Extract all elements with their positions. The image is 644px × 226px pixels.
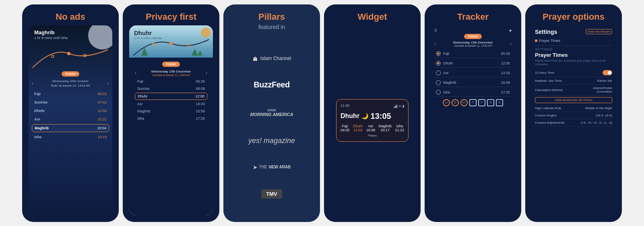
widget-maghrib: Maghrib 20:17	[379, 124, 392, 132]
12hour-toggle[interactable]	[603, 70, 612, 75]
landscape-bg: Dhuhr 1 hr 3 mins until Asr	[129, 25, 213, 58]
tracker-date-line1: Wednesday 15th December	[453, 41, 493, 44]
card-title-tracker: Tracker	[453, 4, 493, 25]
tracker-bottom-t[interactable]: T	[469, 99, 477, 106]
tracker-row-asr[interactable]: Asr 13:33	[434, 69, 512, 77]
prayer-arc-svg	[29, 46, 112, 70]
tracker-header-icons: ☰ ◆	[434, 29, 512, 32]
privacy-row-dhuhr[interactable]: Dhuhr 12:00	[135, 93, 207, 100]
privacy-today-badge: TODAY	[162, 62, 180, 67]
divider	[535, 46, 612, 46]
tracker-check-asr	[436, 70, 441, 75]
phone-screen-no-ads: Maghrib 1 hr 8 mins until Isha TODAY ‹ W…	[29, 25, 112, 216]
svg-point-3	[169, 42, 173, 45]
option-calc-method[interactable]: Calculation Method IslamicFinder Committ…	[535, 85, 612, 95]
card-pillars: Pillars featured in Islam Channel BuzzFe…	[223, 4, 320, 222]
tracker-next-arrow[interactable]: ›	[510, 41, 512, 47]
tracker-bottom-f[interactable]: F	[478, 99, 485, 106]
card-prayer-options: Prayer options Settings Share the Reward…	[525, 4, 622, 222]
privacy-date-nav: ‹ Wednesday 15th December Jumada al-awwa…	[132, 68, 211, 77]
tracker-menu-icon: ☰	[434, 29, 437, 32]
option-custom-adj[interactable]: Custom Adjustments (+4, +0, +3, -3, +1, …	[535, 119, 612, 126]
time-until-label: 1 hr 8 mins until Isha	[34, 36, 68, 40]
today-badge: TODAY	[62, 71, 79, 77]
privacy-prev-arrow[interactable]: ‹	[135, 70, 136, 76]
current-prayer-label: Maghrib	[34, 29, 55, 35]
tracker-date-nav: ‹ Wednesday 15th December Jumada al-awwa…	[434, 41, 512, 47]
date-line2: Rabi' al-awwal 14, 1443 AH	[51, 83, 90, 88]
tracker-prayer-list: Fajr 05:26 Dhuhr 12:00 Asr 13:33	[434, 50, 512, 97]
prayer-row-sunrise[interactable]: Sunrise 07:41	[32, 99, 109, 106]
tracker-bottom-s2[interactable]: S	[496, 99, 503, 106]
privacy-prayer-list: Fajr 06:26 Sunrise 08:09 Dhuhr 12:00 Asr…	[132, 77, 211, 123]
phone-screen-prayer-options: Settings Share the Reward Prayer Times S…	[532, 25, 615, 216]
option-12hour[interactable]: 12-Hour Time	[535, 68, 612, 77]
mosque-icon	[252, 56, 258, 61]
prayer-row-fajr[interactable]: Fajr 06:03	[32, 90, 109, 97]
tracker-row-maghrib[interactable]: Maghrib 15:58	[434, 79, 512, 87]
tracker-today-badge: TODAY	[464, 34, 481, 39]
option-high-lat[interactable]: High Latitude Rule Middle of the Night	[535, 105, 612, 112]
nav-label-prayer-times: Prayer Times	[539, 39, 560, 43]
privacy-date-line2: Jumada al-awwal 11, 1443 AH	[151, 74, 191, 77]
settings-nav-prayer-times[interactable]: Prayer Times	[535, 37, 612, 44]
settings-share-button[interactable]: Share the Reward	[586, 29, 612, 34]
moon-icon: 🌙	[361, 113, 368, 119]
brand-gma: GOOD MORNING AMERICA	[250, 109, 293, 118]
prayer-list: Fajr 06:03 Sunrise 07:41 Dhuhr 12:50 Asr…	[29, 89, 112, 143]
widget-dhuhr: Dhuhr 13:05	[353, 124, 363, 132]
card-no-ads: No ads Maghrib 1 hr 8 mins until Isha TO…	[22, 4, 119, 222]
phone-screen-privacy: Dhuhr 1 hr 3 mins until Asr TODAY ‹ Wedn…	[129, 25, 213, 216]
section-title: Prayer Times	[535, 52, 612, 58]
privacy-row-maghrib[interactable]: Maghrib 15:58	[135, 108, 207, 114]
tracker-check-isha	[436, 90, 441, 95]
next-date-arrow[interactable]: ›	[107, 81, 109, 86]
tracker-bottom-d1[interactable]: D	[443, 99, 450, 106]
advanced-settings-link[interactable]: HIDE ADVANCED SETTINGS	[535, 97, 612, 103]
svg-marker-7	[192, 49, 198, 56]
card-tracker: Tracker ☰ ◆ TODAY ‹ Wednesday 15th Decem…	[425, 4, 521, 222]
privacy-row-isha[interactable]: Isha 17:26	[135, 115, 207, 122]
section-label: SETTINGS	[535, 48, 612, 51]
tracker-bottom-s[interactable]: S	[487, 99, 494, 106]
option-custom-angles[interactable]: Custom Angles (18.5, 18.0)	[535, 112, 612, 119]
brand-buzzfeed: BuzzFeed	[254, 80, 289, 89]
pillars-brands-list: Islam Channel BuzzFeed GOOD MORNING AMER…	[223, 33, 320, 222]
prayer-row-maghrib[interactable]: Maghrib 18:04	[32, 124, 109, 132]
settings-title: Settings	[535, 29, 557, 35]
tracker-prev-arrow[interactable]: ‹	[434, 41, 436, 47]
widget-main-prayer: Dhuhr 🌙 13:05	[341, 112, 404, 121]
prayer-row-isha[interactable]: Isha 19:19	[32, 133, 109, 141]
date-line1: Wednesday 20th October	[51, 79, 90, 83]
brand-newarab: ➤ THE NEW ARAB	[253, 164, 291, 170]
widget-brand-label: Pillars	[341, 134, 404, 137]
option-madhab[interactable]: Madhab / Asr Time Earlier Asr	[535, 77, 612, 85]
widget-prayers-row: Fajr 04:05 Dhuhr 13:05 Asr 16:58 Maghrib…	[341, 124, 404, 132]
settings-header: Settings Share the Reward	[535, 29, 612, 35]
battery-icon: ▮	[402, 104, 404, 108]
privacy-row-sunrise[interactable]: Sunrise 08:09	[135, 85, 207, 92]
tracker-bottom-d3[interactable]: D	[460, 99, 468, 106]
tracker-row-isha[interactable]: Isha 17:26	[434, 88, 512, 97]
card-title-widget: Widget	[353, 4, 391, 25]
prayer-row-asr[interactable]: Asr 15:21	[32, 116, 109, 123]
tracker-check-maghrib	[436, 80, 441, 85]
privacy-row-asr[interactable]: Asr 13:33	[135, 101, 207, 107]
phone-screen-widget: 11:45 ⊙ ▮ Dhuhr 🌙 13:05	[330, 25, 414, 216]
prayer-row-dhuhr[interactable]: Dhuhr 12:50	[32, 107, 109, 114]
tracker-row-dhuhr[interactable]: Dhuhr 12:00	[434, 59, 512, 68]
privacy-next-arrow[interactable]: ›	[206, 70, 207, 76]
widget-header: 11:45 ⊙ ▮	[341, 104, 404, 109]
card-title-prayer-options: Prayer options	[539, 4, 609, 25]
card-widget: Widget 11:45 ⊙ ▮ Dhuhr 🌙	[324, 4, 421, 222]
tracker-check-fajr	[436, 51, 441, 56]
prev-date-arrow[interactable]: ‹	[32, 81, 33, 86]
date-navigation: ‹ Wednesday 20th October Rabi' al-awwal …	[29, 78, 112, 89]
tracker-row-fajr[interactable]: Fajr 05:26	[434, 50, 512, 58]
tracker-bottom-d2[interactable]: D	[452, 99, 459, 106]
widget-asr: Asr 16:58	[366, 124, 376, 132]
brand-yes: yes! magazine	[248, 137, 295, 145]
widget-fajr: Fajr 04:05	[341, 124, 350, 132]
brand-islam-channel: Islam Channel	[252, 56, 291, 61]
privacy-row-fajr[interactable]: Fajr 06:26	[135, 78, 207, 85]
